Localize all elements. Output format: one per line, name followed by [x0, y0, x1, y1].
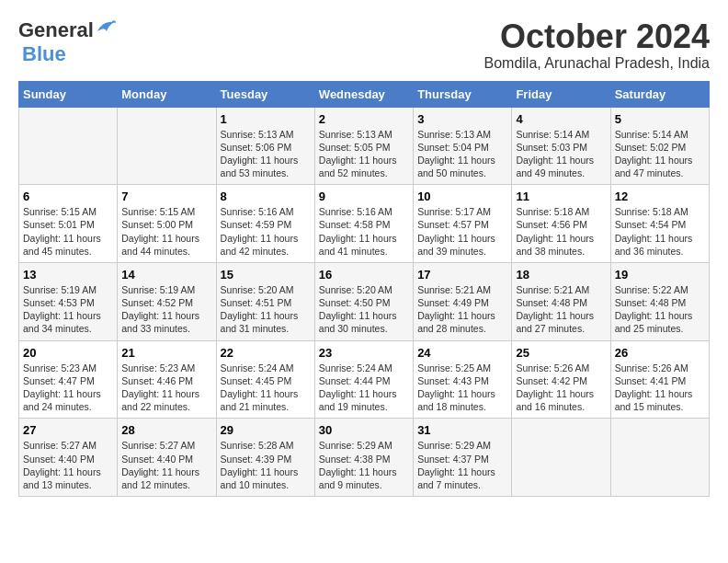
calendar-cell: 11Sunrise: 5:18 AM Sunset: 4:56 PM Dayli…: [512, 185, 610, 263]
day-info: Sunrise: 5:29 AM Sunset: 4:38 PM Dayligh…: [319, 439, 409, 491]
week-row-3: 13Sunrise: 5:19 AM Sunset: 4:53 PM Dayli…: [19, 262, 710, 340]
day-info: Sunrise: 5:23 AM Sunset: 4:46 PM Dayligh…: [121, 362, 211, 414]
day-number: 4: [516, 112, 606, 126]
day-info: Sunrise: 5:19 AM Sunset: 4:53 PM Dayligh…: [23, 283, 113, 336]
day-info: Sunrise: 5:26 AM Sunset: 4:42 PM Dayligh…: [516, 362, 606, 414]
calendar-cell: 7Sunrise: 5:15 AM Sunset: 5:00 PM Daylig…: [118, 185, 216, 263]
day-info: Sunrise: 5:18 AM Sunset: 4:54 PM Dayligh…: [615, 205, 705, 258]
day-header-sunday: Sunday: [19, 81, 118, 107]
day-info: Sunrise: 5:20 AM Sunset: 4:50 PM Dayligh…: [319, 283, 409, 336]
day-info: Sunrise: 5:24 AM Sunset: 4:45 PM Dayligh…: [221, 362, 311, 414]
calendar-cell: 2Sunrise: 5:13 AM Sunset: 5:05 PM Daylig…: [314, 107, 413, 185]
logo-general: General: [18, 18, 94, 41]
calendar-cell: 4Sunrise: 5:14 AM Sunset: 5:03 PM Daylig…: [512, 107, 610, 185]
week-row-5: 27Sunrise: 5:27 AM Sunset: 4:40 PM Dayli…: [19, 419, 710, 497]
day-number: 11: [516, 190, 606, 203]
logo: General Blue: [18, 18, 116, 66]
week-row-1: 1Sunrise: 5:13 AM Sunset: 5:06 PM Daylig…: [19, 107, 710, 185]
calendar-cell: 12Sunrise: 5:18 AM Sunset: 4:54 PM Dayli…: [610, 185, 709, 263]
week-row-2: 6Sunrise: 5:15 AM Sunset: 5:01 PM Daylig…: [19, 185, 710, 263]
day-number: 1: [221, 112, 311, 126]
calendar-cell: 23Sunrise: 5:24 AM Sunset: 4:44 PM Dayli…: [314, 340, 413, 419]
calendar-cell: [512, 419, 610, 497]
calendar-cell: 24Sunrise: 5:25 AM Sunset: 4:43 PM Dayli…: [414, 340, 512, 419]
calendar-cell: 18Sunrise: 5:21 AM Sunset: 4:48 PM Dayli…: [512, 262, 610, 340]
day-number: 19: [615, 268, 705, 282]
day-info: Sunrise: 5:20 AM Sunset: 4:51 PM Dayligh…: [221, 283, 311, 336]
day-header-thursday: Thursday: [414, 81, 512, 107]
day-info: Sunrise: 5:14 AM Sunset: 5:02 PM Dayligh…: [615, 128, 705, 180]
day-info: Sunrise: 5:16 AM Sunset: 4:59 PM Dayligh…: [221, 205, 311, 258]
day-number: 24: [417, 346, 507, 360]
day-number: 6: [23, 190, 113, 203]
day-info: Sunrise: 5:19 AM Sunset: 4:52 PM Dayligh…: [121, 283, 211, 336]
day-info: Sunrise: 5:22 AM Sunset: 4:48 PM Dayligh…: [615, 283, 705, 336]
calendar-cell: 5Sunrise: 5:14 AM Sunset: 5:02 PM Daylig…: [610, 107, 709, 185]
day-number: 13: [23, 268, 113, 282]
day-info: Sunrise: 5:29 AM Sunset: 4:37 PM Dayligh…: [417, 439, 507, 491]
calendar-cell: 31Sunrise: 5:29 AM Sunset: 4:37 PM Dayli…: [414, 419, 512, 497]
day-number: 25: [516, 346, 606, 360]
day-number: 27: [23, 423, 113, 437]
calendar-cell: 6Sunrise: 5:15 AM Sunset: 5:01 PM Daylig…: [19, 185, 118, 263]
logo-bird-icon: [96, 18, 116, 35]
day-number: 10: [417, 190, 507, 203]
day-number: 18: [516, 268, 606, 282]
calendar-cell: 13Sunrise: 5:19 AM Sunset: 4:53 PM Dayli…: [19, 262, 118, 340]
calendar-cell: 14Sunrise: 5:19 AM Sunset: 4:52 PM Dayli…: [118, 262, 216, 340]
day-info: Sunrise: 5:28 AM Sunset: 4:39 PM Dayligh…: [221, 439, 311, 491]
day-number: 9: [319, 190, 409, 203]
calendar-cell: 22Sunrise: 5:24 AM Sunset: 4:45 PM Dayli…: [216, 340, 314, 419]
day-number: 22: [221, 346, 311, 360]
calendar-cell: [19, 107, 118, 185]
day-info: Sunrise: 5:21 AM Sunset: 4:48 PM Dayligh…: [516, 283, 606, 336]
day-info: Sunrise: 5:23 AM Sunset: 4:47 PM Dayligh…: [23, 362, 113, 414]
day-info: Sunrise: 5:27 AM Sunset: 4:40 PM Dayligh…: [23, 439, 113, 491]
day-number: 14: [121, 268, 211, 282]
day-number: 5: [615, 112, 705, 126]
day-number: 7: [121, 190, 211, 203]
day-number: 21: [121, 346, 211, 360]
page-header: General Blue October 2024 Bomdila, Aruna…: [18, 18, 710, 72]
calendar-body: 1Sunrise: 5:13 AM Sunset: 5:06 PM Daylig…: [19, 107, 710, 496]
calendar-cell: 8Sunrise: 5:16 AM Sunset: 4:59 PM Daylig…: [216, 185, 314, 263]
day-number: 29: [221, 423, 311, 437]
day-header-saturday: Saturday: [610, 81, 709, 107]
day-header-wednesday: Wednesday: [314, 81, 413, 107]
day-info: Sunrise: 5:24 AM Sunset: 4:44 PM Dayligh…: [319, 362, 409, 414]
calendar-cell: 26Sunrise: 5:26 AM Sunset: 4:41 PM Dayli…: [610, 340, 709, 419]
calendar-cell: [118, 107, 216, 185]
day-header-monday: Monday: [118, 81, 216, 107]
calendar-cell: 17Sunrise: 5:21 AM Sunset: 4:49 PM Dayli…: [414, 262, 512, 340]
day-info: Sunrise: 5:16 AM Sunset: 4:58 PM Dayligh…: [319, 205, 409, 258]
day-number: 2: [319, 112, 409, 126]
week-row-4: 20Sunrise: 5:23 AM Sunset: 4:47 PM Dayli…: [19, 340, 710, 419]
calendar-cell: 9Sunrise: 5:16 AM Sunset: 4:58 PM Daylig…: [314, 185, 413, 263]
day-number: 26: [615, 346, 705, 360]
day-info: Sunrise: 5:15 AM Sunset: 5:00 PM Dayligh…: [121, 205, 211, 258]
calendar-cell: 3Sunrise: 5:13 AM Sunset: 5:04 PM Daylig…: [414, 107, 512, 185]
day-number: 31: [417, 423, 507, 437]
day-info: Sunrise: 5:17 AM Sunset: 4:57 PM Dayligh…: [417, 205, 507, 258]
day-number: 16: [319, 268, 409, 282]
location: Bomdila, Arunachal Pradesh, India: [484, 55, 710, 72]
day-info: Sunrise: 5:15 AM Sunset: 5:01 PM Dayligh…: [23, 205, 113, 258]
calendar-cell: 28Sunrise: 5:27 AM Sunset: 4:40 PM Dayli…: [118, 419, 216, 497]
day-number: 23: [319, 346, 409, 360]
day-info: Sunrise: 5:25 AM Sunset: 4:43 PM Dayligh…: [417, 362, 507, 414]
day-info: Sunrise: 5:13 AM Sunset: 5:05 PM Dayligh…: [319, 128, 409, 180]
day-number: 15: [221, 268, 311, 282]
calendar-cell: 19Sunrise: 5:22 AM Sunset: 4:48 PM Dayli…: [610, 262, 709, 340]
calendar-table: SundayMondayTuesdayWednesdayThursdayFrid…: [18, 81, 710, 497]
day-info: Sunrise: 5:18 AM Sunset: 4:56 PM Dayligh…: [516, 205, 606, 258]
calendar-cell: 10Sunrise: 5:17 AM Sunset: 4:57 PM Dayli…: [414, 185, 512, 263]
day-info: Sunrise: 5:13 AM Sunset: 5:04 PM Dayligh…: [417, 128, 507, 180]
calendar-cell: 29Sunrise: 5:28 AM Sunset: 4:39 PM Dayli…: [216, 419, 314, 497]
day-header-tuesday: Tuesday: [216, 81, 314, 107]
title-block: October 2024 Bomdila, Arunachal Pradesh,…: [484, 18, 710, 72]
day-info: Sunrise: 5:21 AM Sunset: 4:49 PM Dayligh…: [417, 283, 507, 336]
day-number: 8: [221, 190, 311, 203]
calendar-cell: 30Sunrise: 5:29 AM Sunset: 4:38 PM Dayli…: [314, 419, 413, 497]
day-info: Sunrise: 5:13 AM Sunset: 5:06 PM Dayligh…: [221, 128, 311, 180]
day-info: Sunrise: 5:27 AM Sunset: 4:40 PM Dayligh…: [121, 439, 211, 491]
